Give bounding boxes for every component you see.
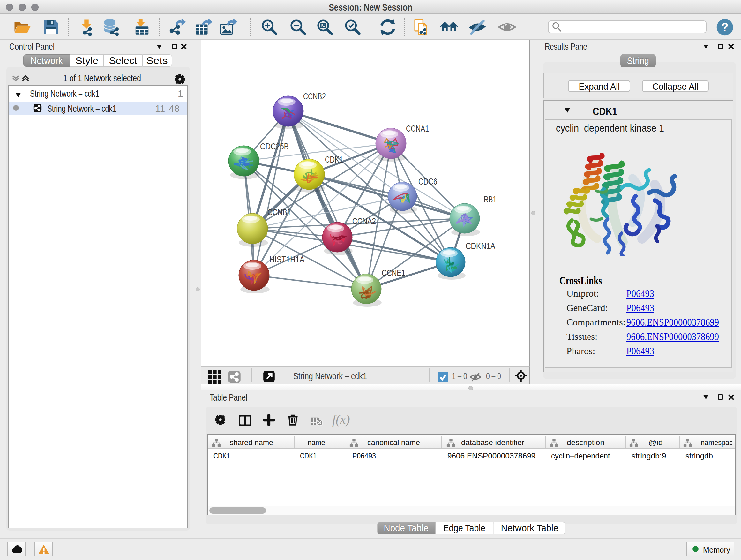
svg-text:?: ?	[721, 21, 728, 34]
svg-text:CCNA2: CCNA2	[352, 216, 376, 226]
svg-text:CCNE1: CCNE1	[382, 268, 405, 278]
svg-text:HIST1H1A: HIST1H1A	[269, 254, 305, 264]
svg-text:CDC25B: CDC25B	[260, 141, 289, 151]
svg-text:CDK1: CDK1	[325, 154, 343, 165]
svg-text:CDC6: CDC6	[418, 177, 437, 186]
svg-text:CDKN1A: CDKN1A	[466, 241, 495, 251]
svg-text:CCNA1: CCNA1	[406, 124, 429, 133]
svg-text:RB1: RB1	[484, 194, 496, 204]
svg-text:CCNB2: CCNB2	[303, 91, 326, 101]
svg-text:CCNB1: CCNB1	[267, 207, 291, 217]
